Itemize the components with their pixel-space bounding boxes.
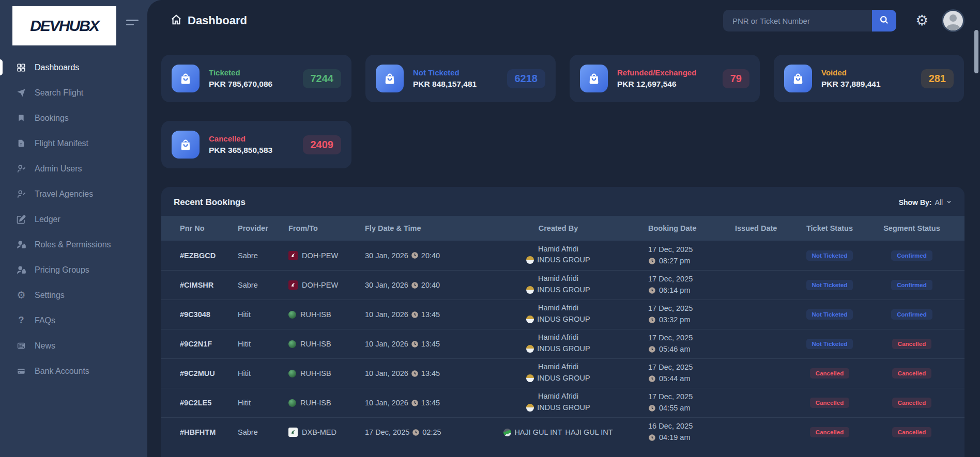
route: RUH-ISB [300,399,331,407]
pnr: #9C2MUU [173,369,231,377]
route: RUH-ISB [300,340,331,348]
sidebar-item-flight-manifest[interactable]: Flight Manifest [0,131,147,156]
provider: Hitit [231,399,281,407]
sidebar-item-bank-accounts[interactable]: Bank Accounts [0,358,147,384]
qatar-airways-logo [288,280,298,290]
stat-card-refunded-exchanged[interactable]: Refunded/Exchanged PKR 12,697,546 79 [570,55,760,102]
created-by-org: INDUS GROUP [537,402,590,413]
sidebar-item-news[interactable]: News [0,333,147,358]
sidebar-item-faqs[interactable]: ? FAQs [0,308,147,333]
stat-amount: PKR 785,670,086 [209,80,272,89]
sidebar-item-pricing-groups[interactable]: Pricing Groups [0,257,147,282]
sidebar-item-bookings[interactable]: Bookings [0,105,147,131]
show-by-value: All [935,198,943,207]
created-by-org: INDUS GROUP [537,343,590,354]
sidebar-nav: Dashboards Search Flight Bookings Flight… [0,55,147,384]
clock-icon [648,316,656,324]
sidebar-item-label: Settings [35,291,65,300]
sidebar: DEVHUBX Dashboards Search Flight Booking… [0,0,147,457]
search-bar [723,10,896,31]
route: DXB-MED [302,428,336,436]
stat-count-badge: 7244 [303,69,342,88]
stat-amount: PKR 848,157,481 [413,80,477,89]
ticket-status-badge: Not Ticketed [806,250,853,261]
table-row[interactable]: #HBFHTM Sabre DXB-MED 17 Dec, 202502:25 … [161,417,964,447]
segment-status-badge: Confirmed [891,250,932,261]
sidebar-item-label: Travel Agencies [35,190,93,199]
table-row[interactable]: #9C2N1F Hitit RUH-ISB 10 Jan, 202613:45 … [161,329,964,358]
provider: Hitit [231,310,281,319]
clock-icon [648,375,656,383]
segment-status-badge: Cancelled [892,427,931,437]
table-row[interactable]: #9C3048 Hitit RUH-ISB 10 Jan, 202613:45 … [161,300,964,329]
table-row[interactable]: #9C2LE5 Hitit RUH-ISB 10 Jan, 202613:45 … [161,388,964,417]
hamburger-menu-icon[interactable] [126,20,140,30]
clock-icon [648,404,656,412]
created-by-org: HAJI GUL INT [514,429,562,436]
created-by-name: HAJI GUL INT [565,429,613,436]
created-by-name: Hamid Afridi [476,273,641,284]
org-logo [526,374,534,382]
ticket-status-badge: Not Ticketed [806,280,853,290]
stat-count-badge: 281 [921,69,954,88]
sidebar-item-label: Pricing Groups [35,265,89,275]
pnr: #9C3048 [173,310,231,319]
clock-icon [411,399,419,407]
pnr: #9C2LE5 [173,399,231,407]
logo-text: DEVHUBX [30,17,99,35]
ticket-status-badge: Not Ticketed [806,309,853,320]
pnr: #EZBGCD [173,251,231,260]
scrollbar-thumb[interactable] [974,30,978,73]
search-button[interactable] [872,10,896,31]
clock-icon [648,287,656,294]
sidebar-item-label: Ledger [35,215,60,224]
user-check-icon [16,190,27,199]
clock-icon [648,434,656,442]
file-pen-icon [16,215,27,224]
search-input[interactable] [723,10,872,31]
sidebar-item-travel-agencies[interactable]: Travel Agencies [0,181,147,207]
user-avatar[interactable] [942,9,964,32]
stat-amount: PKR 37,889,441 [821,80,881,89]
settings-gear-icon[interactable]: ⚙ [915,13,928,28]
sidebar-item-label: Search Flight [35,88,83,98]
ticket-status-badge: Cancelled [810,368,849,379]
stat-count-badge: 79 [723,69,749,88]
bag-icon [580,65,608,92]
logo[interactable]: DEVHUBX [12,6,116,45]
file-icon [16,139,27,148]
stat-card-ticketed[interactable]: Ticketed PKR 785,670,086 7244 [161,55,351,102]
stat-label: Not Ticketed [413,68,477,77]
show-by-filter[interactable]: Show By: All [899,198,952,207]
sidebar-item-label: Admin Users [35,164,82,174]
sidebar-item-settings[interactable]: ⚙ Settings [0,282,147,308]
stat-amount: PKR 365,850,583 [209,146,272,155]
clock-icon [648,345,656,353]
newspaper-icon [16,341,27,350]
user-check-icon [16,164,27,174]
table-row[interactable]: #9C2MUU Hitit RUH-ISB 10 Jan, 202613:45 … [161,358,964,388]
user-lock-icon [16,265,27,275]
org-logo [526,345,534,353]
stat-card-voided[interactable]: Voided PKR 37,889,441 281 [774,55,964,102]
stat-card-cancelled[interactable]: Cancelled PKR 365,850,583 2409 [161,121,351,168]
created-by-org: INDUS GROUP [537,285,590,295]
sidebar-item-dashboards[interactable]: Dashboards [0,55,147,80]
green-airline-logo [288,340,296,348]
segment-status-badge: Confirmed [891,280,932,290]
table-row[interactable]: #CIMSHR Sabre DOH-PEW 30 Jan, 202620:40 … [161,270,964,300]
table-header: Pnr No Provider From/To Fly Date & Time … [161,216,964,241]
sidebar-item-search-flight[interactable]: Search Flight [0,80,147,105]
created-by-name: Hamid Afridi [476,391,641,402]
stat-card-not-ticketed[interactable]: Not Ticketed PKR 848,157,481 6218 [365,55,556,102]
pnr: #9C2N1F [173,340,231,348]
sidebar-item-roles-permissions[interactable]: Roles & Permissions [0,232,147,257]
sidebar-item-admin-users[interactable]: Admin Users [0,156,147,181]
org-logo [526,286,534,294]
sidebar-item-ledger[interactable]: Ledger [0,207,147,232]
panel-title: Recent Bookings [174,197,246,208]
clock-icon [411,281,419,289]
table-row[interactable]: #EZBGCD Sabre DOH-PEW 30 Jan, 202620:40 … [161,241,964,270]
provider: Sabre [231,281,281,289]
pnr: #CIMSHR [173,281,231,289]
